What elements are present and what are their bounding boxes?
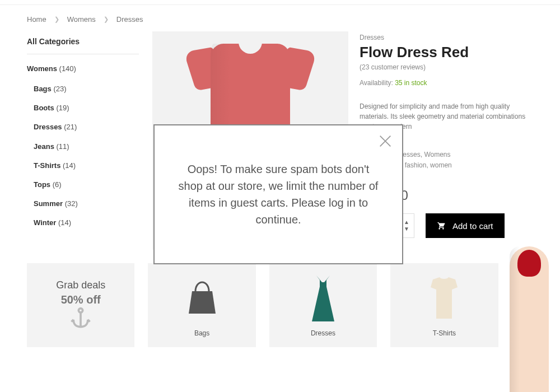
cart-icon bbox=[437, 221, 446, 230]
add-to-cart-label: Add to cart bbox=[452, 221, 493, 231]
promo-grab-deals[interactable]: Grab deals 50% off bbox=[27, 263, 134, 347]
tshirt-icon bbox=[422, 273, 466, 324]
dress-icon bbox=[301, 273, 346, 324]
promo-line1: Grab deals bbox=[56, 279, 105, 291]
promo-card-dresses[interactable]: Dresses bbox=[269, 263, 377, 347]
chevron-right-icon: ❯ bbox=[54, 16, 59, 23]
promo-card-label: Bags bbox=[194, 329, 209, 337]
bag-icon bbox=[180, 273, 225, 324]
promo-card-more[interactable] bbox=[512, 263, 533, 347]
promo-row: Grab deals 50% off Bags Dresses T-Shirts bbox=[0, 250, 560, 347]
sidebar-item-summer[interactable]: Summer (32) bbox=[34, 194, 139, 213]
anchor-icon bbox=[68, 306, 93, 331]
breadcrumb-dresses[interactable]: Dresses bbox=[116, 15, 143, 24]
close-icon[interactable] bbox=[377, 133, 393, 149]
sidebar-group-count: (140) bbox=[59, 64, 76, 73]
promo-card-bags[interactable]: Bags bbox=[148, 263, 255, 347]
sidebar-item-boots[interactable]: Boots (19) bbox=[34, 99, 139, 118]
sidebar-item-tops[interactable]: Tops (6) bbox=[34, 175, 139, 194]
sidebar-group-womens[interactable]: Womens (140) bbox=[27, 54, 139, 76]
product-category[interactable]: Dresses bbox=[360, 34, 528, 41]
modal-message: Oops! To make sure spam bots don't shop … bbox=[175, 161, 382, 228]
product-title: Flow Dress Red bbox=[360, 44, 528, 61]
breadcrumb-womens[interactable]: Womens bbox=[67, 15, 96, 24]
chevron-right-icon: ❯ bbox=[104, 16, 109, 23]
stock-count: 35 in stock bbox=[395, 79, 427, 87]
product-reviews-link[interactable]: (23 customer reviews) bbox=[360, 63, 528, 71]
add-to-cart-button[interactable]: Add to cart bbox=[426, 213, 505, 238]
breadcrumb: Home ❯ Womens ❯ Dresses bbox=[0, 5, 560, 31]
svg-point-0 bbox=[79, 309, 83, 312]
sidebar-all-categories[interactable]: All Categories bbox=[27, 31, 139, 54]
guest-cart-limit-modal: Oops! To make sure spam bots don't shop … bbox=[153, 124, 403, 264]
promo-card-label: T-Shirts bbox=[433, 329, 456, 337]
sidebar-item-tshirts[interactable]: T-Shirts (14) bbox=[34, 156, 139, 175]
breadcrumb-home[interactable]: Home bbox=[27, 15, 46, 24]
sidebar-item-winter[interactable]: Winter (14) bbox=[34, 213, 139, 232]
sidebar: All Categories Womens (140) Bags (23) Bo… bbox=[27, 31, 139, 250]
product-availability: Availability: 35 in stock bbox=[360, 79, 528, 87]
sidebar-group-label: Womens bbox=[27, 64, 57, 73]
quantity-up-icon[interactable]: ▲ bbox=[404, 220, 409, 225]
sidebar-item-dresses[interactable]: Dresses (21) bbox=[34, 118, 139, 137]
promo-card-tshirts[interactable]: T-Shirts bbox=[390, 263, 498, 347]
sidebar-item-bags[interactable]: Bags (23) bbox=[34, 80, 139, 99]
quantity-down-icon[interactable]: ▼ bbox=[404, 226, 409, 232]
promo-line2: 50% off bbox=[61, 293, 101, 306]
promo-card-label: Dresses bbox=[311, 329, 335, 337]
sidebar-item-jeans[interactable]: Jeans (11) bbox=[34, 137, 139, 156]
